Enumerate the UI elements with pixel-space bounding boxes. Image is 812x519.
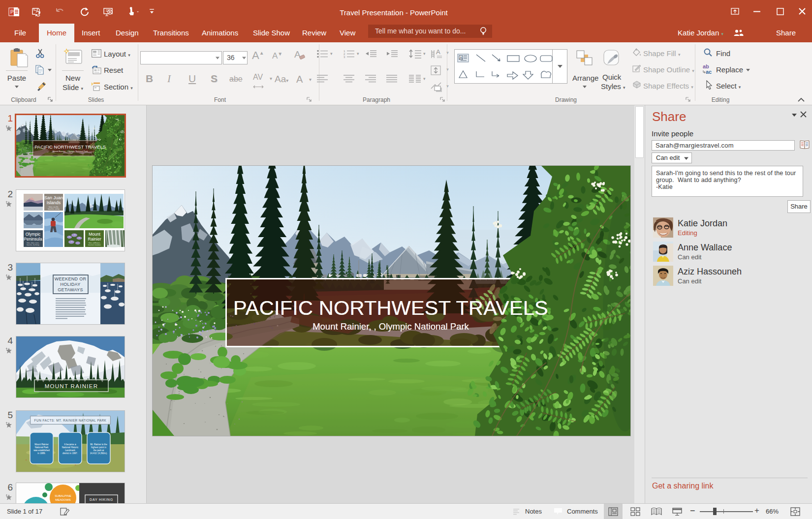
svg-text:PACIFIC NORTHWEST TRAVELS: PACIFIC NORTHWEST TRAVELS <box>233 296 548 319</box>
svg-text:MEADOWS: MEADOWS <box>55 498 71 501</box>
svg-text:Peninsula: Peninsula <box>24 237 42 242</box>
svg-text:3: 3 <box>344 56 345 59</box>
svg-text:FUN FACTS: MT. RAINIER NATIONA: FUN FACTS: MT. RAINIER NATIONAL PARK <box>34 419 107 422</box>
svg-text:A: A <box>460 56 463 60</box>
svg-text:Mount Rainier, , Olympic Natio: Mount Rainier, , Olympic National Park <box>312 321 469 332</box>
svg-text:National Park: National Park <box>35 446 49 449</box>
svg-text:Islands: Islands <box>47 200 61 205</box>
svg-text:Mt. Rainier is the: Mt. Rainier is the <box>90 443 107 446</box>
svg-text:the park at: the park at <box>94 449 104 452</box>
svg-text:HOLIDAY: HOLIDAY <box>61 282 81 287</box>
svg-text:DAY HIKING: DAY HIKING <box>90 498 113 501</box>
svg-text:MOUNT RAINIER: MOUNT RAINIER <box>45 383 98 389</box>
svg-text:It became a: It became a <box>64 443 76 446</box>
svg-text:Mount: Mount <box>89 232 100 237</box>
svg-text:A: A <box>436 48 440 56</box>
svg-text:mountain meadows: mountain meadows <box>88 244 101 246</box>
svg-text:WEEKEND OR: WEEKEND OR <box>55 276 87 281</box>
svg-text:Rainier: Rainier <box>88 237 101 242</box>
svg-text:Olympic: Olympic <box>26 232 41 237</box>
svg-text:was established: was established <box>33 449 50 452</box>
svg-text:14,411' (4,392m).: 14,411' (4,392m). <box>90 452 108 455</box>
svg-text:P: P <box>10 9 14 15</box>
svg-text:in 1889.: in 1889. <box>37 452 45 455</box>
svg-text:beaches, sailing: beaches, sailing <box>48 208 60 210</box>
svg-text:GETAWAYS: GETAWAYS <box>58 287 83 292</box>
svg-text:beaches, fly fishing: beaches, fly fishing <box>27 244 39 246</box>
svg-text:San Juan: San Juan <box>44 195 63 200</box>
svg-text:Mount Rainier: Mount Rainier <box>34 443 49 446</box>
svg-text:ac: ac <box>706 69 712 74</box>
svg-text:district in 1997.: district in 1997. <box>62 452 78 455</box>
svg-text:National Historic: National Historic <box>62 446 79 449</box>
svg-text:Landmark: Landmark <box>65 449 75 452</box>
svg-text:SUBALPINE: SUBALPINE <box>55 494 71 497</box>
svg-text:highest point in: highest point in <box>91 446 106 449</box>
